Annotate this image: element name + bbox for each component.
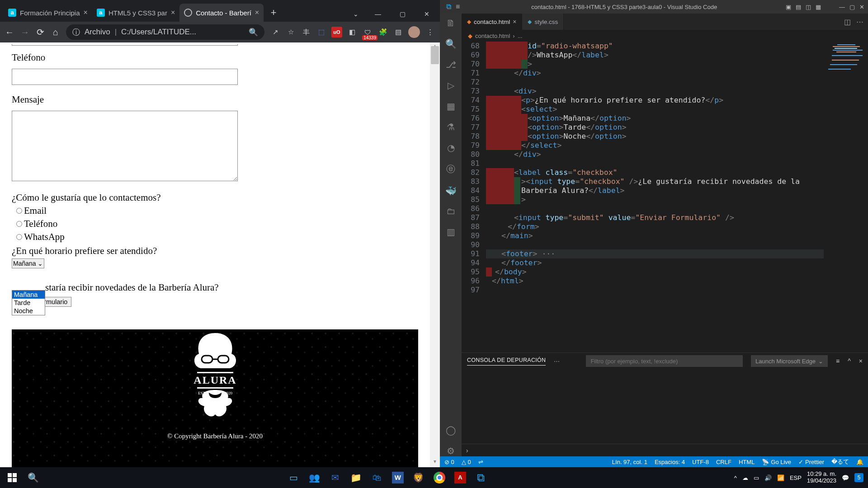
status-ln-col[interactable]: Lín. 97, col. 1: [612, 459, 647, 465]
mail-app-icon[interactable]: ▭: [286, 470, 302, 485]
breadcrumb-file[interactable]: contacto.html: [475, 33, 510, 39]
tray-volume-icon[interactable]: 🔊: [764, 474, 772, 481]
status-warnings[interactable]: △ 0: [462, 459, 471, 465]
newsletter-checkbox-row[interactable]: staría recibir novedades de la Barbería …: [45, 282, 418, 293]
status-errors[interactable]: ⊘ 0: [444, 459, 454, 465]
home-icon[interactable]: ⌂: [51, 27, 61, 38]
close-icon[interactable]: ×: [171, 9, 175, 17]
minimize-icon[interactable]: —: [839, 4, 845, 10]
files-icon[interactable]: 🗎: [446, 18, 455, 28]
notifications-icon[interactable]: 💬: [842, 474, 849, 481]
misc-icon[interactable]: ▥: [447, 226, 455, 237]
maximize-icon[interactable]: ▢: [392, 7, 413, 22]
tab-style-css[interactable]: ◆ style.css: [522, 14, 564, 30]
extension-2-icon[interactable]: ◧: [347, 27, 358, 38]
radio-whatsapp[interactable]: [16, 234, 22, 240]
panel-tab-debug-console[interactable]: CONSOLA DE DEPURACIÓN: [467, 357, 546, 366]
panel-tab-more-icon[interactable]: ⋯: [554, 358, 560, 365]
page-scrollbar[interactable]: ▴ ▾: [430, 42, 440, 467]
close-icon[interactable]: ×: [255, 9, 259, 17]
address-bar[interactable]: ⓘ Archivo | C:/Users/LATITUDE... 🔍: [66, 24, 264, 40]
run-debug-icon[interactable]: ▷: [448, 80, 454, 91]
edge-tools-icon[interactable]: ⓔ: [446, 163, 455, 175]
schedule-select[interactable]: Mañana ⌄: [12, 258, 44, 268]
extension-icon[interactable]: 丰: [301, 27, 311, 38]
acrobat-icon[interactable]: A: [453, 470, 468, 485]
browser-tab-2[interactable]: Contacto - Barberí ×: [179, 4, 264, 22]
back-icon[interactable]: ←: [5, 27, 14, 38]
close-window-icon[interactable]: ✕: [416, 7, 437, 22]
clear-console-icon[interactable]: ≡: [836, 357, 840, 365]
close-icon[interactable]: ×: [84, 9, 88, 17]
tabs-dropdown-icon[interactable]: ⌄: [348, 7, 364, 21]
profile-avatar[interactable]: [408, 26, 420, 38]
radio-whatsapp-row[interactable]: WhatsApp: [12, 231, 418, 243]
people-app-icon[interactable]: 👥: [307, 470, 322, 485]
account-icon[interactable]: ◯: [446, 425, 456, 436]
maximize-icon[interactable]: ▢: [849, 4, 855, 10]
kebab-menu-icon[interactable]: ⋮: [425, 27, 435, 38]
reload-icon[interactable]: ⟳: [35, 27, 45, 38]
scroll-down-icon[interactable]: ▾: [430, 458, 440, 467]
status-language[interactable]: HTML: [739, 459, 755, 465]
status-encoding[interactable]: UTF-8: [692, 459, 709, 465]
option-tarde[interactable]: Tarde: [12, 299, 45, 307]
breadcrumbs[interactable]: ◆ contacto.html › ...: [462, 30, 868, 42]
tray-language[interactable]: ESP: [790, 474, 802, 481]
outlook-icon[interactable]: ✉: [328, 470, 343, 485]
debug-repl-input[interactable]: ›: [462, 444, 868, 456]
radio-telefono-row[interactable]: Teléfono: [12, 218, 418, 230]
vscode-icon[interactable]: ⧉: [473, 470, 489, 485]
status-bell-icon[interactable]: 🔔: [856, 459, 863, 465]
more-actions-icon[interactable]: ⋯: [856, 18, 863, 26]
new-tab-button[interactable]: +: [266, 5, 281, 20]
notification-count[interactable]: 5: [854, 473, 863, 482]
code-editor[interactable]: 6869707172737475767778798081828384858687…: [462, 42, 868, 352]
tray-chevron-icon[interactable]: ^: [734, 474, 737, 481]
status-prettier[interactable]: Prettier: [798, 459, 824, 465]
close-panel-icon[interactable]: ×: [859, 357, 863, 365]
layout-sidebar-icon[interactable]: ◫: [806, 4, 811, 10]
option-noche[interactable]: Noche: [12, 307, 45, 315]
search-in-page-icon[interactable]: 🔍: [249, 28, 258, 37]
layout-panel-icon[interactable]: ▤: [796, 4, 801, 10]
breadcrumb-more[interactable]: ...: [518, 33, 523, 39]
radio-email-row[interactable]: Email: [12, 205, 418, 216]
adblock-counter-icon[interactable]: 🛡: [362, 27, 373, 38]
search-icon[interactable]: 🔍: [25, 470, 41, 485]
start-button[interactable]: [5, 470, 20, 485]
brave-icon[interactable]: 🦁: [411, 470, 426, 485]
minimize-icon[interactable]: —: [368, 7, 388, 22]
gear-icon[interactable]: ⚙: [447, 446, 455, 456]
docker-icon[interactable]: 🐳: [445, 185, 457, 196]
tray-wifi-icon[interactable]: 📶: [777, 474, 784, 481]
taskbar-clock[interactable]: 10:29 a. m. 19/04/2023: [807, 471, 836, 484]
store-icon[interactable]: 🛍: [369, 470, 385, 485]
info-icon[interactable]: ⓘ: [72, 27, 80, 38]
puzzle-icon[interactable]: 🧩: [377, 27, 388, 38]
source-control-icon[interactable]: ⎇: [446, 59, 456, 70]
status-golive[interactable]: 📡 Go Live: [762, 459, 791, 465]
browser-tab-1[interactable]: a HTML5 y CSS3 par ×: [92, 4, 179, 22]
launch-config-dropdown[interactable]: Launch Microsoft Edge ⌄: [751, 355, 828, 367]
forward-icon[interactable]: →: [20, 27, 30, 38]
minimap[interactable]: [824, 42, 868, 352]
radio-telefono[interactable]: [16, 221, 22, 227]
status-ports[interactable]: ⇌: [478, 459, 483, 465]
layout-editor-icon[interactable]: ▣: [786, 4, 791, 10]
status-indent[interactable]: Espacios: 4: [655, 459, 685, 465]
split-editor-icon[interactable]: ◫: [844, 18, 851, 26]
status-feedback-icon[interactable]: �るて: [831, 458, 849, 466]
debug-filter-input[interactable]: [586, 355, 743, 367]
tray-battery-icon[interactable]: ▭: [754, 474, 759, 481]
file-explorer-icon[interactable]: 📁: [349, 470, 364, 485]
translate-icon[interactable]: ⬚: [316, 27, 327, 38]
code-content[interactable]: id="radio-whatsapp"/>WhatsApp</label>></…: [486, 42, 824, 352]
testing-icon[interactable]: ⚗: [447, 122, 455, 132]
star-icon[interactable]: ☆: [285, 27, 296, 38]
tray-onedrive-icon[interactable]: ☁: [742, 474, 748, 481]
share-icon[interactable]: ↗: [270, 27, 281, 38]
browser-tab-0[interactable]: a Formación Principia ×: [4, 4, 92, 22]
word-icon[interactable]: W: [390, 470, 406, 485]
close-icon[interactable]: ×: [513, 18, 516, 25]
